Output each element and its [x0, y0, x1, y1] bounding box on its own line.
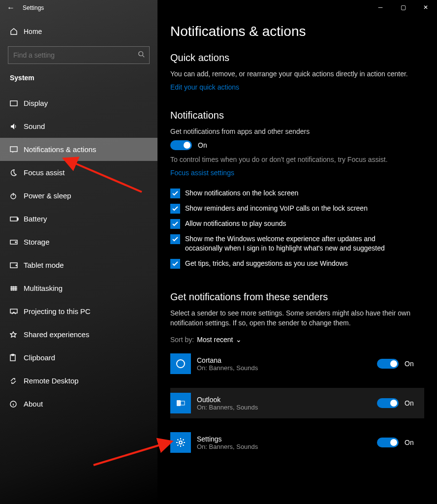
outlook-icon — [170, 393, 191, 413]
power-icon — [10, 192, 24, 199]
back-button[interactable]: ← — [7, 3, 19, 12]
minimize-button[interactable]: ─ — [369, 0, 392, 15]
sidebar: ← Settings Home System Display — [0, 0, 157, 504]
senders-blurb: Select a sender to see more settings. So… — [170, 309, 416, 328]
sender-state: On — [405, 360, 424, 368]
sidebar-item-battery[interactable]: Battery — [0, 207, 157, 230]
svg-point-14 — [177, 360, 185, 368]
content-pane: ─ ▢ ✕ Notifications & actions Quick acti… — [157, 0, 437, 504]
sidebar-item-sound[interactable]: Sound — [0, 115, 157, 138]
focus-assist-link[interactable]: Focus assist settings — [170, 169, 234, 177]
sidebar-item-clipboard[interactable]: Clipboard — [0, 346, 157, 369]
checkbox-welcome-experience[interactable] — [170, 234, 180, 244]
checkbox-tips-tricks[interactable] — [170, 259, 180, 269]
sender-name: Cortana — [197, 356, 373, 364]
sender-detail: On: Banners, Sounds — [197, 443, 373, 450]
sidebar-item-focus-assist[interactable]: Focus assist — [0, 161, 157, 184]
clipboard-icon — [10, 354, 24, 361]
page-title: Notifications & actions — [170, 24, 424, 39]
checkbox-reminders-voip[interactable] — [170, 204, 180, 214]
sender-toggle[interactable] — [377, 359, 399, 369]
checkbox-label: Allow notifications to play sounds — [185, 219, 286, 229]
svg-rect-4 — [10, 217, 17, 221]
checkbox-label: Get tips, tricks, and suggestions as you… — [185, 259, 348, 269]
sidebar-item-label: Sound — [24, 122, 45, 130]
sidebar-item-projecting[interactable]: Projecting to this PC — [0, 300, 157, 323]
svg-rect-5 — [17, 218, 18, 220]
sort-by-value: Most recent — [197, 336, 233, 344]
sidebar-item-label: Multitasking — [24, 284, 62, 292]
sidebar-item-label: Storage — [24, 238, 50, 246]
search-input[interactable] — [8, 46, 150, 64]
sidebar-item-remote-desktop[interactable]: Remote Desktop — [0, 369, 157, 392]
sidebar-item-multitasking[interactable]: Multitasking — [0, 277, 157, 300]
window-title: Settings — [23, 4, 44, 11]
tablet-icon — [10, 262, 24, 268]
edit-quick-actions-link[interactable]: Edit your quick actions — [170, 83, 239, 91]
close-button[interactable]: ✕ — [414, 0, 437, 15]
sidebar-nav: Display Sound Notifications & actions Fo… — [0, 92, 157, 415]
svg-point-0 — [139, 52, 143, 56]
sidebar-item-notifications[interactable]: Notifications & actions — [0, 138, 157, 161]
notifications-toggle[interactable] — [170, 140, 192, 150]
sidebar-item-label: Battery — [24, 215, 47, 223]
sidebar-item-storage[interactable]: Storage — [0, 230, 157, 253]
svg-point-17 — [179, 441, 182, 444]
sender-row-settings[interactable]: Settings On: Banners, Sounds On — [170, 427, 424, 458]
sidebar-item-display[interactable]: Display — [0, 92, 157, 115]
sidebar-item-label: Remote Desktop — [24, 377, 79, 385]
display-icon — [10, 100, 24, 106]
multitasking-icon — [10, 285, 24, 291]
sound-icon — [10, 123, 24, 130]
remote-icon — [10, 378, 24, 384]
focus-assist-hint: To control times when you do or don't ge… — [170, 155, 416, 165]
svg-point-9 — [16, 265, 17, 266]
sort-by-label: Sort by: — [170, 336, 194, 344]
sidebar-item-label: Projecting to this PC — [24, 307, 91, 315]
sender-row-outlook[interactable]: Outlook On: Banners, Sounds On — [170, 388, 424, 418]
svg-rect-15 — [177, 400, 181, 406]
sender-name: Outlook — [197, 396, 373, 404]
sidebar-item-label: Clipboard — [24, 353, 55, 362]
notifications-toggle-state: On — [198, 141, 207, 149]
svg-rect-2 — [10, 147, 17, 152]
sidebar-item-label: Tablet mode — [24, 261, 64, 269]
sender-state: On — [405, 399, 424, 407]
sidebar-item-label: Shared experiences — [24, 330, 89, 339]
info-icon — [10, 401, 24, 408]
search-icon — [138, 51, 145, 59]
sidebar-item-label: Notifications & actions — [24, 145, 96, 154]
sidebar-item-power-sleep[interactable]: Power & sleep — [0, 184, 157, 207]
battery-icon — [10, 217, 24, 221]
moon-icon — [10, 169, 24, 176]
senders-heading: Get notifications from these senders — [170, 291, 424, 303]
cortana-icon — [170, 353, 191, 374]
shared-icon — [10, 331, 24, 338]
sender-toggle[interactable] — [377, 398, 399, 408]
checkbox-label: Show me the Windows welcome experience a… — [185, 234, 397, 253]
sidebar-item-tablet-mode[interactable]: Tablet mode — [0, 253, 157, 277]
sidebar-item-label: Focus assist — [24, 168, 64, 177]
sidebar-home-label: Home — [24, 28, 42, 35]
sidebar-item-shared-experiences[interactable]: Shared experiences — [0, 323, 157, 346]
quick-actions-blurb: You can add, remove, or rearrange your q… — [170, 69, 416, 79]
checkbox-label: Show notifications on the lock screen — [185, 189, 298, 198]
sidebar-item-label: Display — [24, 99, 48, 107]
maximize-button[interactable]: ▢ — [392, 0, 414, 15]
gear-icon — [170, 432, 191, 453]
sender-detail: On: Banners, Sounds — [197, 364, 373, 372]
sender-state: On — [405, 439, 424, 446]
storage-icon — [10, 240, 24, 245]
quick-actions-heading: Quick actions — [170, 52, 424, 63]
sender-toggle[interactable] — [377, 438, 399, 447]
chevron-down-icon: ⌄ — [236, 336, 242, 344]
sidebar-home[interactable]: Home — [0, 21, 157, 42]
sidebar-item-about[interactable]: About — [0, 392, 157, 415]
home-icon — [10, 28, 24, 35]
projecting-icon — [10, 309, 24, 315]
sort-by-selector[interactable]: Sort by: Most recent ⌄ — [170, 336, 424, 344]
checkbox-play-sounds[interactable] — [170, 219, 180, 229]
sidebar-section-label: System — [0, 71, 157, 87]
sender-row-cortana[interactable]: Cortana On: Banners, Sounds On — [170, 348, 424, 379]
checkbox-lock-screen[interactable] — [170, 189, 180, 198]
